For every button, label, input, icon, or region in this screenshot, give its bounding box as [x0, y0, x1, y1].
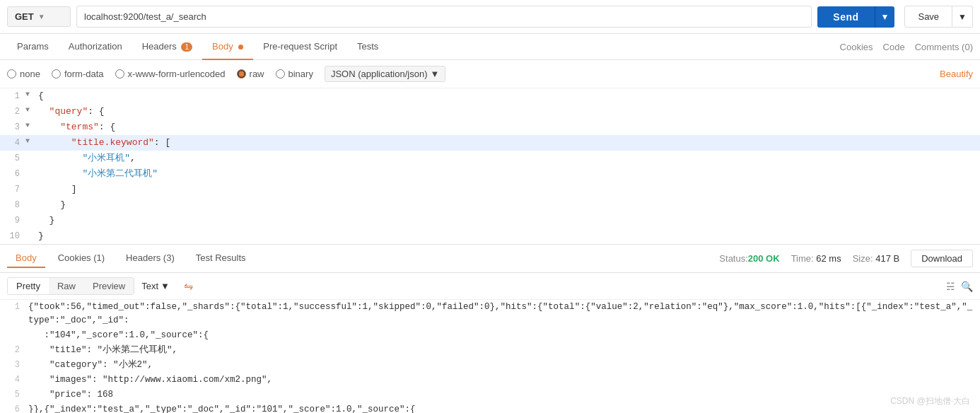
save-button[interactable]: Save — [904, 6, 952, 28]
time-info: Time: 62 ms — [791, 253, 841, 264]
resp-tab-cookies[interactable]: Cookies (1) — [49, 249, 113, 268]
line-content-9: } — [35, 213, 57, 228]
text-label: Text — [141, 281, 158, 291]
code-line-3: 3 ▼ "terms": { — [0, 120, 980, 135]
option-form-data[interactable]: form-data — [52, 69, 104, 79]
resp-status: Status:200 OK Time: 62 ms Size: 417 B Do… — [719, 250, 973, 267]
line-toggle-3[interactable]: ▼ — [25, 120, 35, 129]
line-content-5: "小米耳机", — [35, 151, 139, 166]
resp-line-num-1b — [0, 328, 25, 343]
body-options: none form-data x-www-form-urlencoded raw… — [0, 60, 980, 88]
resp-tab-test-results[interactable]: Test Results — [187, 249, 255, 268]
resp-line-content-3: "category": "小米2", — [25, 358, 156, 373]
resp-line-2: 2 "title": "小米第二代耳机", — [0, 343, 980, 358]
code-line-4: 4 ▼ "title.keyword": [ — [0, 135, 980, 151]
fmt-tab-preview[interactable]: Preview — [84, 278, 134, 294]
tab-params[interactable]: Params — [7, 34, 59, 60]
option-binary[interactable]: binary — [276, 69, 313, 79]
line-num-8: 8 — [0, 197, 25, 213]
save-dropdown-icon[interactable]: ▼ — [952, 6, 973, 28]
line-content-8: } — [35, 197, 69, 213]
response-header: Body Cookies (1) Headers (3) Test Result… — [0, 245, 980, 273]
code-line-1: 1 ▼ { — [0, 88, 980, 104]
headers-badge: 1 — [181, 42, 192, 52]
text-dropdown-arrow: ▼ — [161, 281, 170, 291]
json-type-label: JSON (application/json) — [331, 69, 428, 79]
tab-tests[interactable]: Tests — [347, 34, 388, 60]
tab-comments[interactable]: Comments (0) — [915, 42, 973, 52]
resp-line-content-1: {"took":56,"timed_out":false,"_shards":{… — [25, 300, 980, 328]
text-dropdown[interactable]: Text ▼ — [136, 278, 175, 294]
resp-line-1: 1 {"took":56,"timed_out":false,"_shards"… — [0, 300, 980, 328]
format-tab-group: Pretty Raw Preview — [7, 277, 134, 295]
line-toggle-6 — [25, 166, 35, 168]
method-label: GET — [15, 11, 34, 22]
url-input[interactable] — [76, 6, 812, 28]
line-toggle-1[interactable]: ▼ — [25, 88, 35, 98]
line-toggle-4[interactable]: ▼ — [25, 135, 35, 145]
code-line-9: 9 } — [0, 213, 980, 228]
code-line-6: 6 "小米第二代耳机" — [0, 166, 980, 182]
resp-line-4: 4 "images": "http://www.xiaomi.com/xm2.p… — [0, 373, 980, 388]
code-line-7: 7 ] — [0, 182, 980, 197]
line-toggle-5 — [25, 151, 35, 153]
resp-line-1b: :"104","_score":1.0,"_source":{ — [0, 328, 980, 343]
save-btn-group: Save ▼ — [904, 6, 973, 28]
resp-line-content-2: "title": "小米第二代耳机", — [25, 343, 180, 358]
json-type-select[interactable]: JSON (application/json) ▼ — [325, 66, 445, 82]
line-num-10: 10 — [0, 228, 25, 244]
tab-headers[interactable]: Headers 1 — [132, 34, 202, 60]
response-format: Pretty Raw Preview Text ▼ ⇋ ☵ 🔍 — [0, 273, 980, 300]
resp-line-num-2: 2 — [0, 343, 25, 358]
code-line-5: 5 "小米耳机", — [0, 151, 980, 166]
resp-line-content-6: }},{"_index":"test_a","_type":"_doc","_i… — [25, 402, 419, 413]
line-content-10: } — [35, 228, 47, 244]
code-line-2: 2 ▼ "query": { — [0, 104, 980, 120]
resp-line-5: 5 "price": 168 — [0, 388, 980, 402]
line-num-1: 1 — [0, 88, 25, 104]
size-info: Size: 417 B — [853, 253, 900, 264]
resp-tab-headers[interactable]: Headers (3) — [117, 249, 183, 268]
line-num-5: 5 — [0, 151, 25, 166]
line-toggle-10 — [25, 228, 35, 231]
resp-line-content-5: "price": 168 — [25, 388, 116, 402]
line-num-3: 3 — [0, 120, 25, 135]
body-dot — [238, 45, 243, 50]
resp-line-content-1b: :"104","_score":1.0,"_source":{ — [25, 328, 211, 343]
send-btn-group: Send ▼ — [817, 6, 894, 28]
nav-right-tabs: Cookies Code Comments (0) — [840, 42, 973, 52]
download-button[interactable]: Download — [911, 250, 973, 267]
resp-tab-body[interactable]: Body — [7, 249, 45, 268]
resp-line-num-4: 4 — [0, 373, 25, 388]
watermark: CSDN @扫地僧·大白 — [890, 395, 970, 407]
fmt-tab-pretty[interactable]: Pretty — [8, 278, 49, 294]
copy-icon[interactable]: ☵ — [946, 281, 955, 292]
line-content-2: "query": { — [35, 104, 107, 120]
send-button[interactable]: Send — [817, 6, 874, 28]
method-select[interactable]: GET ▼ — [7, 6, 71, 27]
line-num-7: 7 — [0, 182, 25, 197]
send-dropdown-icon[interactable]: ▼ — [875, 6, 895, 28]
line-num-4: 4 — [0, 135, 25, 151]
line-num-9: 9 — [0, 213, 25, 228]
resp-line-num-5: 5 — [0, 388, 25, 402]
option-raw[interactable]: raw — [237, 69, 264, 79]
beautify-button[interactable]: Beautify — [940, 69, 973, 79]
wrap-icon[interactable]: ⇋ — [184, 279, 193, 293]
option-none[interactable]: none — [7, 69, 40, 79]
search-icon[interactable]: 🔍 — [961, 281, 973, 292]
line-toggle-2[interactable]: ▼ — [25, 104, 35, 114]
time-value: 62 ms — [816, 253, 841, 264]
option-urlencoded[interactable]: x-www-form-urlencoded — [115, 69, 226, 79]
tab-cookies[interactable]: Cookies — [840, 42, 873, 52]
tab-authorization[interactable]: Authorization — [59, 34, 132, 60]
line-content-1: { — [35, 88, 47, 104]
line-content-3: "terms": { — [35, 120, 118, 135]
tab-pre-request[interactable]: Pre-request Script — [253, 34, 347, 60]
tab-code[interactable]: Code — [883, 42, 905, 52]
resp-line-content-4: "images": "http://www.xiaomi.com/xm2.png… — [25, 373, 275, 388]
tab-body[interactable]: Body — [202, 34, 253, 60]
line-num-6: 6 — [0, 166, 25, 182]
fmt-tab-raw[interactable]: Raw — [49, 278, 84, 294]
size-value: 417 B — [875, 253, 899, 264]
